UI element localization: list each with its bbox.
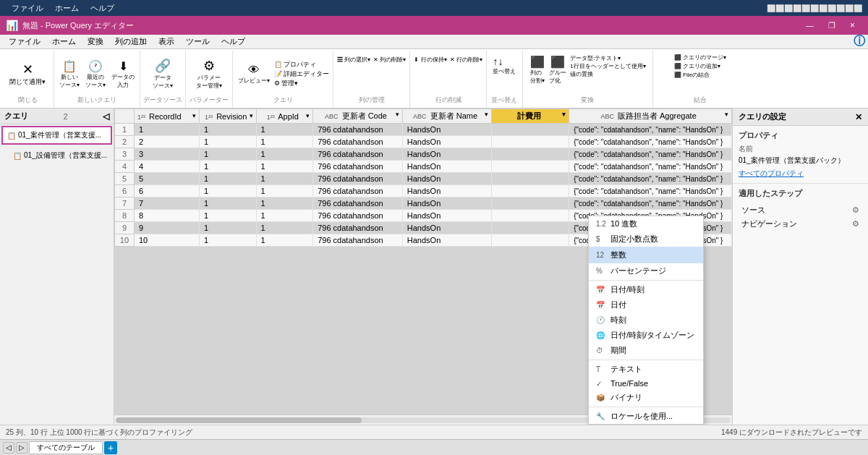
pq-menu-help[interactable]: ヘルプ <box>216 35 251 48</box>
col-filter-recordid[interactable]: ▾ <box>192 112 196 119</box>
ribbon-group-close: ✕ 閉じて適用▾ 閉じる <box>1 51 54 108</box>
step-navigation-gear[interactable]: ⚙ <box>852 219 859 229</box>
properties-btn[interactable]: 📋 プロパティ 📝 詳細エディター ⚙ 管理▾ <box>273 59 330 89</box>
ctx-item-binary[interactable]: 📦 バイナリ <box>589 390 703 405</box>
col-split-btn[interactable]: ⬛ 列の分割▾ <box>529 54 546 86</box>
col-header-recordid[interactable]: 1²³ RecordId ▾ <box>134 109 199 124</box>
col-header-updater-code[interactable]: ABC 更新者 Code ▾ <box>313 109 403 124</box>
bottom-tabs: ◁ ▷ すべてのテーブル + <box>0 439 868 455</box>
ctx-item-text[interactable]: T テキスト <box>589 362 703 377</box>
table-cell: 796 cdatahandson <box>313 148 403 161</box>
preview-btn[interactable]: 👁 プレビュー▾ <box>236 62 272 86</box>
pq-menu-addcol[interactable]: 列の追加 <box>109 35 153 48</box>
new-source-btn[interactable]: 📋 新しいソース▾ <box>57 58 82 90</box>
table-row: 7711796 cdatahandsonHandsOn{"code": "cda… <box>115 197 732 210</box>
ctx-item-truefalse[interactable]: ✓ True/False <box>589 377 703 390</box>
manage-row[interactable]: ⚙ 管理▾ <box>274 79 329 88</box>
pq-menu-tools[interactable]: ツール <box>180 35 216 48</box>
step-source-gear[interactable]: ⚙ <box>852 205 859 215</box>
table-cell: 5 <box>134 173 199 185</box>
ctx-item-locale[interactable]: 🔧 ロケールを使用... <box>589 409 703 424</box>
pq-menu-view[interactable]: 表示 <box>153 35 180 48</box>
ctx-item-percent[interactable]: % パーセンテージ <box>589 263 703 278</box>
ctx-item-duration[interactable]: ⏱ 期間 <box>589 343 703 358</box>
query-append-btn[interactable]: ⬛ クエリの追加▾ <box>674 62 726 70</box>
pq-minimize-btn[interactable]: — <box>799 16 821 35</box>
outer-menu-home[interactable]: ホーム <box>49 3 85 14</box>
ribbon-label-rowreduce: 行の削減 <box>435 95 461 106</box>
queries-collapse-icon[interactable]: ◁ <box>103 111 109 122</box>
table-cell: HandsOn <box>402 222 492 234</box>
combine-buttons: ⬛ クエリのマージ▾ ⬛ クエリの追加▾ ⬛ Fileの結合 <box>674 52 726 95</box>
properties-label: プロパティ <box>284 60 316 69</box>
row-keep-btn[interactable]: ⬇ 行の保持▾ <box>413 55 447 64</box>
step-source[interactable]: ソース ⚙ <box>739 203 862 217</box>
col-remove-btn[interactable]: ✕ 列の削除▾ <box>373 55 407 64</box>
ctx-item-fixeddecimal[interactable]: $ 固定小数点数 <box>589 231 703 247</box>
all-properties-link[interactable]: すべてのプロパティ <box>739 169 804 177</box>
ctx-label-locale: ロケールを使用... <box>610 411 673 422</box>
table-cell: 796 cdatahandson <box>313 197 403 210</box>
col-select-btn[interactable]: ☰ 列の選択▾ <box>336 55 371 64</box>
right-panel-close-icon[interactable]: ✕ <box>855 112 862 122</box>
col-header-revision[interactable]: 1²³ Revision ▾ <box>199 109 256 124</box>
ctx-item-date[interactable]: 📅 日付 <box>589 297 703 312</box>
datasource-btn[interactable]: 🔗 データソース▾ <box>150 56 175 91</box>
properties-name-value[interactable]: 01_案件管理（営業支援バック） <box>739 156 862 166</box>
pq-menu-home[interactable]: ホーム <box>46 35 82 48</box>
col-header-keihiyo[interactable]: 計費用 ▾ <box>492 109 569 124</box>
sort-btn[interactable]: ↑↓ 並べ替え <box>492 55 516 76</box>
col-header-appid[interactable]: 1²³ AppId ▾ <box>256 109 313 124</box>
outer-menu-help[interactable]: ヘルプ <box>85 3 120 14</box>
manage-icon: ⚙ <box>274 80 280 87</box>
ctx-icon-date: 📅 <box>596 301 606 309</box>
table-cell: 1 <box>256 185 313 197</box>
close-apply-label: 閉じて適用▾ <box>9 77 46 87</box>
col-header-aggregate[interactable]: ABC 販路担当者 Aggregate ▾ <box>569 109 732 124</box>
col-filter-appid[interactable]: ▾ <box>306 112 310 119</box>
ctx-item-decimal[interactable]: 1.2 10 進数 <box>589 216 703 231</box>
file-combine-btn[interactable]: ⬛ Fileの結合 <box>674 71 726 79</box>
col-filter-updater-code[interactable]: ▾ <box>396 111 399 118</box>
tab-all-tables[interactable]: すべてのテーブル <box>29 441 103 454</box>
step-navigation[interactable]: ナビゲーション ⚙ <box>739 217 862 231</box>
query-item-1[interactable]: 📋 01_案件管理（営業支援... <box>1 126 112 145</box>
ctx-item-time[interactable]: 🕐 時刻 <box>589 312 703 328</box>
pq-menu-transform[interactable]: 変換 <box>82 35 109 48</box>
col-filter-aggregate[interactable]: ▾ <box>725 111 728 118</box>
close-apply-inner[interactable]: ✕ 閉じて適用▾ <box>6 59 49 89</box>
pq-menu-file[interactable]: ファイル <box>3 35 46 48</box>
pq-close-btn[interactable]: × <box>843 16 862 35</box>
col-header-updater-name[interactable]: ABC 更新者 Name ▾ <box>402 109 492 124</box>
query-append-label: ⬛ クエリの追加▾ <box>674 63 720 69</box>
data-input-btn[interactable]: ⬇ データの入力 <box>109 58 137 90</box>
recent-source-label: 最近のソース▾ <box>85 73 106 89</box>
table-cell: 1 <box>199 161 256 173</box>
ctx-item-datetime[interactable]: 📅 日付/時刻 <box>589 282 703 297</box>
groupby-btn[interactable]: ⬛ グループ化 <box>548 54 568 86</box>
row-remove-btn[interactable]: ✕ 行の削除▾ <box>449 55 483 64</box>
col-filter-updater-name[interactable]: ▾ <box>485 111 488 118</box>
datasource-buttons: 🔗 データソース▾ <box>150 52 175 95</box>
pq-help-icon[interactable]: ⓘ <box>854 34 865 49</box>
outer-menu-file[interactable]: ファイル <box>6 3 49 14</box>
col-filter-revision[interactable]: ▾ <box>250 112 253 119</box>
col-filter-keihiyo[interactable]: ▾ <box>562 111 566 118</box>
query-merge-btn[interactable]: ⬛ クエリのマージ▾ <box>674 54 726 61</box>
h-scrollbar-thumb[interactable] <box>116 417 362 423</box>
close-apply-btn[interactable]: ✕ 閉じて適用▾ <box>6 52 49 95</box>
ctx-item-integer[interactable]: 12 整数 <box>589 247 703 263</box>
scroll-left-btn[interactable]: ◁ <box>3 442 14 454</box>
scroll-right-btn[interactable]: ▷ <box>16 442 27 454</box>
datatype-btn[interactable]: データ型:テキスト▾ 1行目をヘッダーとして使用▾ 値の置換 <box>569 54 646 79</box>
app-container: ファイル ホーム ヘルプ ⬜⬜⬜⬜⬜⬜⬜⬜⬜⬜⬜ 📊 無題 - Power Qu… <box>0 0 868 455</box>
pq-restore-btn[interactable]: ❐ <box>821 16 843 35</box>
recent-source-btn[interactable]: 🕐 最近のソース▾ <box>83 58 108 90</box>
table-cell: 1 <box>256 222 313 234</box>
ctx-item-datetimezone[interactable]: 🌐 日付/時刻/タイムゾーン <box>589 328 703 343</box>
detail-editor-row[interactable]: 📝 詳細エディター <box>274 69 329 79</box>
query-item-2[interactable]: 📋 01_設備管理（営業支援... <box>1 148 112 163</box>
add-tab-btn[interactable]: + <box>104 441 117 454</box>
params-btn[interactable]: ⚙ パラメーター管理▾ <box>194 56 224 91</box>
table-cell: {"code": "cdatahandson", "name": "HandsO… <box>569 136 732 148</box>
